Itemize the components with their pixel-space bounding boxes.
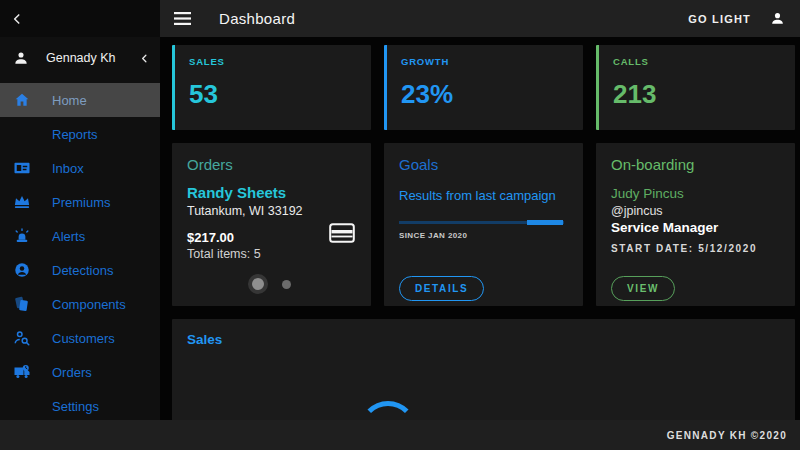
details-button[interactable]: DETAILS — [399, 276, 484, 301]
sidebar-menu: Home Reports Inbox Premiums Alerts — [0, 83, 160, 423]
sidebar-item-label: Reports — [52, 127, 98, 142]
order-address: Tutankum, WI 33192 — [187, 204, 356, 218]
stat-value: 23% — [401, 79, 569, 110]
calls-stat-card: CALLS 213 — [596, 45, 795, 130]
go-light-button[interactable]: GO LIGHT — [680, 7, 759, 31]
stat-value: 213 — [613, 79, 781, 110]
cards-icon — [13, 295, 31, 313]
orders-card-title: Orders — [187, 156, 356, 173]
stats-row: SALES 53 GROWTH 23% CALLS 213 — [172, 45, 795, 130]
stat-label: CALLS — [613, 56, 781, 67]
sidebar-item-orders[interactable]: Orders — [0, 355, 160, 389]
onboarding-card-title: On-boarding — [611, 156, 780, 173]
sidebar-item-label: Premiums — [52, 195, 111, 210]
credit-card-icon — [329, 223, 355, 243]
sidebar-header — [0, 0, 160, 37]
sidebar-item-label: Home — [52, 93, 87, 108]
delivery-truck-icon — [13, 363, 31, 381]
inbox-icon — [13, 159, 31, 177]
footer: GENNADY KH ©2020 — [0, 420, 800, 450]
sidebar-item-settings[interactable]: Settings — [0, 389, 160, 423]
stat-label: GROWTH — [401, 56, 569, 67]
sidebar-item-label: Customers — [52, 331, 115, 346]
carousel-dots — [172, 278, 371, 290]
order-customer-name: Randy Sheets — [187, 184, 356, 201]
sidebar-item-inbox[interactable]: Inbox — [0, 151, 160, 185]
user-name: Gennady Kh — [46, 51, 139, 65]
siren-icon — [13, 227, 31, 245]
goals-progress-chunk — [527, 220, 562, 225]
sidebar-item-reports[interactable]: Reports — [0, 117, 160, 151]
goals-subtitle: Results from last campaign — [399, 188, 568, 203]
menu-icon[interactable] — [174, 12, 191, 25]
sidebar-item-premiums[interactable]: Premiums — [0, 185, 160, 219]
sidebar-item-label: Settings — [52, 399, 99, 414]
goals-card-title: Goals — [399, 156, 568, 173]
sidebar-item-detections[interactable]: Detections — [0, 253, 160, 287]
person-search-icon — [13, 329, 31, 347]
sidebar-item-label: Alerts — [52, 229, 85, 244]
view-button[interactable]: VIEW — [611, 276, 675, 301]
onboarding-start-date: START DATE: 5/12/2020 — [611, 243, 780, 254]
sidebar-item-components[interactable]: Components — [0, 287, 160, 321]
footer-copyright: GENNADY KH ©2020 — [667, 430, 787, 441]
cards-row: Orders Randy Sheets Tutankum, WI 33192 $… — [172, 143, 795, 306]
detective-icon — [13, 261, 31, 279]
goals-progress-bar — [399, 220, 568, 225]
carousel-dot-1[interactable] — [252, 278, 264, 290]
user-icon — [12, 49, 30, 67]
sales-chart-card: Sales — [172, 319, 795, 420]
sales-stat-card: SALES 53 — [172, 45, 371, 130]
page-title: Dashboard — [219, 10, 295, 27]
onboarding-role: Service Manager — [611, 220, 780, 235]
goals-card: Goals Results from last campaign SINCE J… — [384, 143, 583, 306]
sidebar-item-label: Inbox — [52, 161, 84, 176]
stat-value: 53 — [189, 79, 357, 110]
top-bar: Dashboard GO LIGHT — [160, 0, 800, 37]
sidebar-item-label: Components — [52, 297, 126, 312]
sidebar-item-label: Detections — [52, 263, 113, 278]
carousel-dot-2[interactable] — [282, 280, 291, 289]
account-icon[interactable] — [769, 10, 786, 27]
sidebar-item-home[interactable]: Home — [0, 83, 160, 117]
orders-card: Orders Randy Sheets Tutankum, WI 33192 $… — [172, 143, 371, 306]
order-total-items: Total items: 5 — [187, 247, 356, 261]
sidebar-item-alerts[interactable]: Alerts — [0, 219, 160, 253]
goals-caption: SINCE JAN 2020 — [399, 231, 568, 240]
onboarding-handle: @jpincus — [611, 204, 780, 218]
sidebar-item-label: Orders — [52, 365, 92, 380]
crown-icon — [13, 193, 31, 211]
stat-label: SALES — [189, 56, 357, 67]
loading-spinner-icon — [359, 401, 417, 420]
onboarding-card: On-boarding Judy Pincus @jpincus Service… — [596, 143, 795, 306]
onboarding-name: Judy Pincus — [611, 186, 780, 201]
collapse-user-icon[interactable] — [139, 53, 150, 64]
user-row[interactable]: Gennady Kh — [0, 37, 160, 79]
sidebar-item-customers[interactable]: Customers — [0, 321, 160, 355]
sidebar: Gennady Kh Home Reports Inbox Premiums — [0, 0, 160, 420]
sales-chart-title: Sales — [187, 332, 780, 347]
main-content: SALES 53 GROWTH 23% CALLS 213 Orders Ran… — [160, 37, 800, 420]
growth-stat-card: GROWTH 23% — [384, 45, 583, 130]
home-icon — [13, 91, 31, 109]
collapse-sidebar-icon[interactable] — [10, 12, 24, 26]
